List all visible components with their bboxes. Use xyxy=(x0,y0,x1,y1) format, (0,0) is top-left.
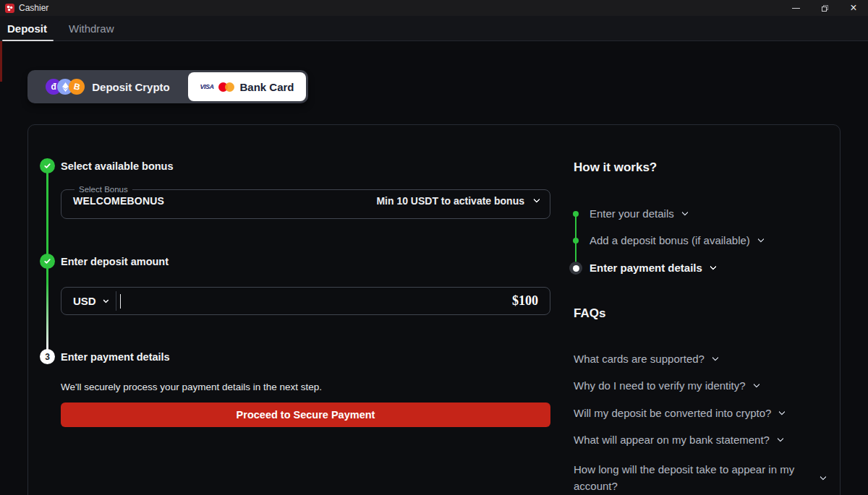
bank-card-label: Bank Card xyxy=(239,81,294,93)
faq-item-converted-crypto[interactable]: Will my deposit be converted into crypto… xyxy=(574,407,783,419)
step3-title: Enter payment details xyxy=(61,351,170,363)
bank-card-option[interactable]: VISA Bank Card xyxy=(188,72,306,101)
bonus-select-field[interactable]: Select Bonus WELCOMEBONUS Min 10 USDT to… xyxy=(61,186,550,219)
step2-title: Enter deposit amount xyxy=(61,256,169,267)
visa-icon: VISA xyxy=(200,83,213,90)
how-it-works-title: How it works? xyxy=(574,160,657,175)
hiw-item-label: Enter your details xyxy=(590,207,674,220)
bitcoin-coin-icon: B xyxy=(69,79,85,95)
step3-number: 3 xyxy=(45,352,50,362)
hiw-item-payment-details[interactable]: Enter payment details xyxy=(590,262,715,274)
tab-withdraw-label: Withdraw xyxy=(69,22,114,35)
window-title: Cashier xyxy=(19,3,48,13)
timeline-dot xyxy=(573,211,579,217)
faq-question: How long will the deposit take to appear… xyxy=(574,461,812,495)
tab-deposit[interactable]: Deposit xyxy=(7,16,47,41)
hiw-item-deposit-bonus[interactable]: Add a deposit bonus (if available) xyxy=(590,234,762,246)
window-controls: × xyxy=(781,0,868,16)
tab-withdraw[interactable]: Withdraw xyxy=(69,16,114,41)
cashier-window: Cashier × Deposit Withdraw đ xyxy=(0,0,868,495)
timeline-active-dot xyxy=(569,262,582,275)
minimize-button[interactable] xyxy=(781,0,810,16)
currency-select[interactable]: USD xyxy=(73,295,107,307)
faq-item-bank-statement[interactable]: What will appear on my bank statement? xyxy=(574,434,782,446)
currency-label: USD xyxy=(73,295,96,307)
bonus-field-value: WELCOMEBONUS xyxy=(73,195,164,207)
active-tab-underline xyxy=(2,40,54,41)
titlebar: Cashier × xyxy=(0,0,868,16)
chevron-down-icon xyxy=(103,297,109,303)
proceed-to-payment-button[interactable]: Proceed to Secure Payment xyxy=(61,403,550,427)
amount-value: $100 xyxy=(512,293,538,309)
deposit-amount-field[interactable]: USD $100 xyxy=(61,287,550,315)
secure-process-note: We'll securely process your payment deta… xyxy=(61,382,322,392)
tabbar: Deposit Withdraw xyxy=(0,16,868,41)
deposit-crypto-option[interactable]: đ B Deposit Crypto xyxy=(27,70,188,103)
close-button[interactable]: × xyxy=(839,0,868,16)
faq-item-deposit-time[interactable]: How long will the deposit take to appear… xyxy=(574,461,834,495)
field-divider xyxy=(116,291,116,311)
proceed-button-label: Proceed to Secure Payment xyxy=(237,409,375,421)
faqs-title: FAQs xyxy=(574,306,605,321)
faq-question: Will my deposit be converted into crypto… xyxy=(574,407,771,419)
bonus-field-legend: Select Bonus xyxy=(75,186,132,194)
hiw-item-label: Add a deposit bonus (if available) xyxy=(590,234,750,246)
step1-title: Select available bonus xyxy=(61,160,174,172)
chevron-down-icon xyxy=(533,196,540,203)
left-scroll-accent xyxy=(0,41,2,82)
app-logo-icon xyxy=(5,4,14,13)
restore-icon xyxy=(822,5,828,12)
step3-number-badge: 3 xyxy=(40,349,55,364)
step1-check-icon xyxy=(40,158,55,173)
faq-item-cards-supported[interactable]: What cards are supported? xyxy=(574,353,717,365)
hiw-item-label: Enter payment details xyxy=(590,262,702,274)
chevron-down-icon xyxy=(820,473,827,481)
hiw-item-enter-details[interactable]: Enter your details xyxy=(590,207,686,220)
faq-item-verify-identity[interactable]: Why do I need to verify my identity? xyxy=(574,379,758,392)
bonus-min-hint: Min 10 USDT to activate bonus xyxy=(376,195,524,207)
crypto-coins-icon: đ B xyxy=(46,79,85,95)
text-caret xyxy=(120,294,121,309)
close-icon: × xyxy=(850,2,856,14)
faq-question: Why do I need to verify my identity? xyxy=(574,379,746,392)
faq-question: What will appear on my bank statement? xyxy=(574,434,770,446)
faq-question: What cards are supported? xyxy=(574,353,705,365)
minimize-icon xyxy=(792,8,800,9)
payment-method-toggle: đ B Deposit Crypto VISA Bank Card xyxy=(27,70,308,103)
deposit-crypto-label: Deposit Crypto xyxy=(92,81,170,93)
step2-check-icon xyxy=(40,254,55,269)
timeline-dot xyxy=(573,238,579,244)
tab-deposit-label: Deposit xyxy=(7,22,47,35)
mastercard-icon xyxy=(218,82,234,92)
maximize-button[interactable] xyxy=(810,0,839,16)
